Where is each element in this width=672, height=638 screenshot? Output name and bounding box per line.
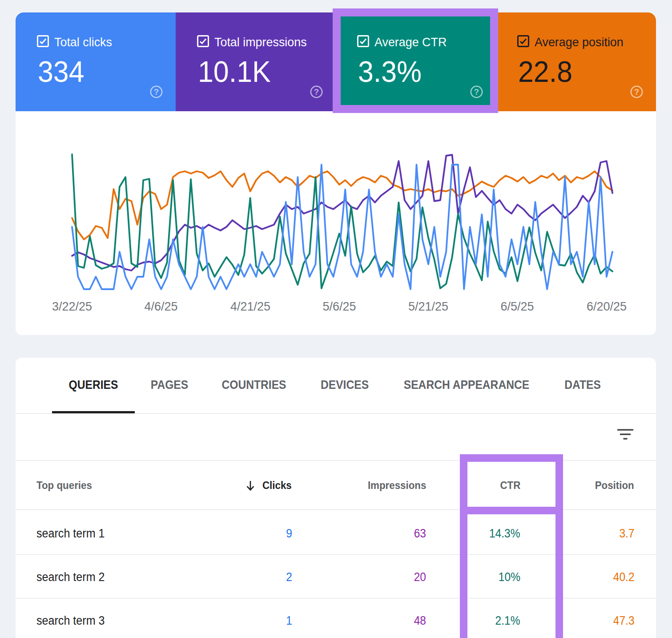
svg-text:5/6/25: 5/6/25 — [322, 300, 356, 313]
svg-text:6/5/25: 6/5/25 — [500, 300, 534, 313]
svg-text:3/22/25: 3/22/25 — [52, 300, 92, 313]
svg-text:?: ? — [154, 87, 159, 97]
svg-text:4/6/25: 4/6/25 — [144, 300, 177, 313]
svg-text:?: ? — [314, 87, 319, 97]
svg-text:5/21/25: 5/21/25 — [408, 300, 448, 313]
svg-text:?: ? — [634, 87, 639, 97]
svg-text:4/21/25: 4/21/25 — [230, 300, 270, 313]
svg-text:6/20/25: 6/20/25 — [587, 300, 627, 313]
